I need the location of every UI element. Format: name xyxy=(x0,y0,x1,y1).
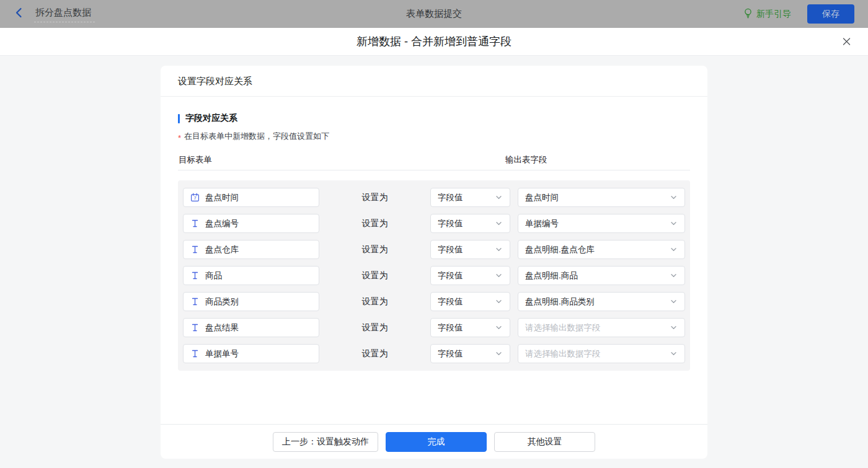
target-field-label: 盘点时间 xyxy=(205,192,239,203)
text-field-icon xyxy=(190,323,200,332)
value-mode-select[interactable]: 字段值 xyxy=(430,240,510,259)
output-field-value: 盘点明细.商品 xyxy=(525,270,578,281)
value-mode-select[interactable]: 字段值 xyxy=(430,318,510,337)
output-field-value: 请选择输出数据字段 xyxy=(525,322,601,333)
section-title: 字段对应关系 xyxy=(178,113,690,124)
output-field-select[interactable]: 盘点明细.商品类别 xyxy=(518,292,685,311)
value-mode-select[interactable]: 字段值 xyxy=(430,292,510,311)
modal-body: 设置字段对应关系 字段对应关系 * 在目标表单中新增数据，字段值设置如下 目标表… xyxy=(0,66,868,468)
close-icon xyxy=(841,37,852,47)
done-button[interactable]: 完成 xyxy=(386,432,487,452)
value-mode-value: 字段值 xyxy=(438,218,463,229)
chevron-down-icon xyxy=(670,193,678,201)
save-button[interactable]: 保存 xyxy=(807,4,854,24)
topbar-right: 新手引导 保存 xyxy=(743,4,854,24)
target-field-label: 单据单号 xyxy=(205,348,239,360)
text-field-icon xyxy=(190,245,200,254)
topbar-left: 拆分盘点数据 xyxy=(14,6,95,22)
value-mode-value: 字段值 xyxy=(438,270,463,281)
output-field-select[interactable]: 盘点时间 xyxy=(518,188,685,207)
output-field-value: 单据编号 xyxy=(525,218,559,229)
card-footer: 上一步：设置触发动作 完成 其他设置 xyxy=(161,424,707,459)
card-content: 字段对应关系 * 在目标表单中新增数据，字段值设置如下 目标表单 输出表字段 7… xyxy=(161,97,707,424)
text-field-icon xyxy=(190,349,200,358)
set-as-label: 设置为 xyxy=(327,192,423,203)
column-header-target-form: 目标表单 xyxy=(179,154,212,166)
chevron-down-icon xyxy=(670,219,678,227)
page-title: 表单数据提交 xyxy=(406,8,462,20)
chevron-down-icon xyxy=(670,272,678,280)
target-field-input[interactable]: 单据单号 xyxy=(183,344,319,363)
target-field-label: 商品 xyxy=(205,270,222,281)
hint-line: * 在目标表单中新增数据，字段值设置如下 xyxy=(178,131,690,142)
value-mode-value: 字段值 xyxy=(438,192,463,203)
text-field-icon xyxy=(190,271,200,280)
target-field-label: 盘点编号 xyxy=(205,218,239,229)
hint-text: 在目标表单中新增数据，字段值设置如下 xyxy=(184,131,329,142)
flow-title[interactable]: 拆分盘点数据 xyxy=(34,6,95,22)
chevron-down-icon xyxy=(495,272,503,280)
column-header-output-field: 输出表字段 xyxy=(505,154,547,166)
output-field-select[interactable]: 盘点明细.盘点仓库 xyxy=(518,240,685,259)
value-mode-value: 字段值 xyxy=(438,348,463,360)
text-field-icon xyxy=(190,219,200,228)
settings-card: 设置字段对应关系 字段对应关系 * 在目标表单中新增数据，字段值设置如下 目标表… xyxy=(161,66,707,459)
prev-step-button[interactable]: 上一步：设置触发动作 xyxy=(273,432,378,452)
value-mode-select[interactable]: 字段值 xyxy=(430,214,510,233)
lightbulb-icon xyxy=(743,8,753,20)
field-mapping-row: 商品类别 设置为 字段值 盘点明细.商品类别 xyxy=(183,292,685,311)
field-mapping-row: 盘点结果 设置为 字段值 请选择输出数据字段 xyxy=(183,318,685,337)
output-field-value: 盘点明细.商品类别 xyxy=(525,296,595,307)
value-mode-value: 字段值 xyxy=(438,296,463,307)
chevron-left-icon xyxy=(14,7,24,21)
set-as-label: 设置为 xyxy=(327,296,423,307)
output-field-select[interactable]: 请选择输出数据字段 xyxy=(518,344,685,363)
column-headers: 目标表单 输出表字段 xyxy=(178,154,690,170)
value-mode-value: 字段值 xyxy=(438,322,463,333)
chevron-down-icon xyxy=(495,350,503,358)
beginner-guide-label: 新手引导 xyxy=(756,9,791,20)
chevron-down-icon xyxy=(495,193,503,201)
set-as-label: 设置为 xyxy=(327,218,423,229)
set-as-label: 设置为 xyxy=(327,348,423,360)
value-mode-select[interactable]: 字段值 xyxy=(430,344,510,363)
output-field-select[interactable]: 请选择输出数据字段 xyxy=(518,318,685,337)
value-mode-select[interactable]: 字段值 xyxy=(430,266,510,285)
section-title-text: 字段对应关系 xyxy=(185,113,237,124)
beginner-guide-link[interactable]: 新手引导 xyxy=(743,8,791,20)
modal-title: 新增数据 - 合并新增到普通字段 xyxy=(356,34,512,49)
field-mapping-row: 盘点编号 设置为 字段值 单据编号 xyxy=(183,214,685,233)
field-mapping-row: 盘点仓库 设置为 字段值 盘点明细.盘点仓库 xyxy=(183,240,685,259)
chevron-down-icon xyxy=(495,245,503,254)
chevron-down-icon xyxy=(495,219,503,227)
output-field-select[interactable]: 盘点明细.商品 xyxy=(518,266,685,285)
target-field-input[interactable]: 盘点仓库 xyxy=(183,240,319,259)
close-button[interactable] xyxy=(841,37,852,47)
target-field-label: 商品类别 xyxy=(205,296,239,307)
card-header: 设置字段对应关系 xyxy=(161,66,707,97)
output-field-select[interactable]: 单据编号 xyxy=(518,214,685,233)
chevron-down-icon xyxy=(670,350,678,358)
other-settings-button[interactable]: 其他设置 xyxy=(494,432,595,452)
text-field-icon xyxy=(190,297,200,306)
chevron-down-icon xyxy=(670,245,678,254)
target-field-input[interactable]: 盘点编号 xyxy=(183,214,319,233)
target-field-input[interactable]: 商品类别 xyxy=(183,292,319,311)
chevron-down-icon xyxy=(670,324,678,332)
set-as-label: 设置为 xyxy=(327,322,423,333)
target-field-input[interactable]: 商品 xyxy=(183,266,319,285)
target-field-label: 盘点仓库 xyxy=(205,244,239,255)
section-accent-bar xyxy=(178,114,180,123)
field-mapping-row: 单据单号 设置为 字段值 请选择输出数据字段 xyxy=(183,344,685,363)
field-mapping-row: 7 盘点时间 设置为 字段值 盘点时间 xyxy=(183,188,685,207)
chevron-down-icon xyxy=(495,324,503,332)
field-mapping-panel: 7 盘点时间 设置为 字段值 盘点时间 盘点编号 设置为 xyxy=(178,180,690,371)
target-field-input[interactable]: 盘点结果 xyxy=(183,318,319,337)
back-button[interactable] xyxy=(14,7,24,21)
output-field-value: 盘点明细.盘点仓库 xyxy=(525,244,595,255)
target-field-input[interactable]: 7 盘点时间 xyxy=(183,188,319,207)
value-mode-select[interactable]: 字段值 xyxy=(430,188,510,207)
required-asterisk: * xyxy=(178,133,181,143)
output-field-value: 盘点时间 xyxy=(525,192,559,203)
output-field-value: 请选择输出数据字段 xyxy=(525,348,601,360)
